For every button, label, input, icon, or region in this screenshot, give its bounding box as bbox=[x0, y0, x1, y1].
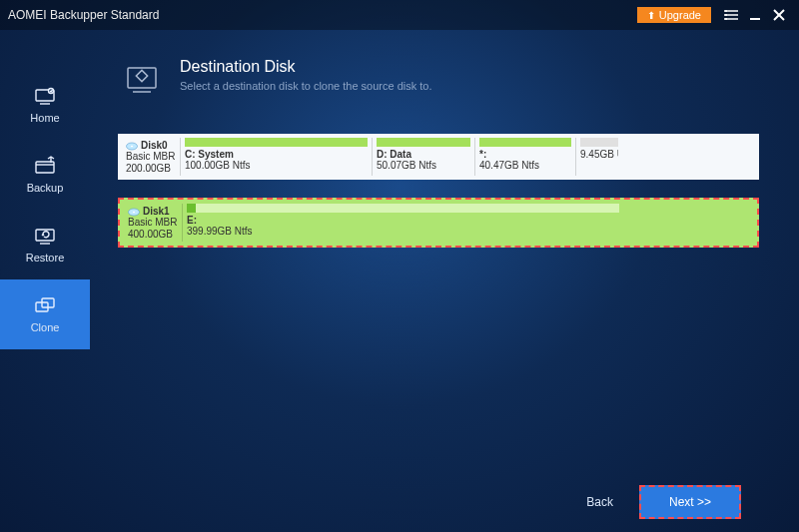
disk-row-1[interactable]: Disk1 Basic MBR 400.00GB E: 399.99GB Ntf… bbox=[118, 198, 759, 248]
disk-info: Disk0 Basic MBR 200.00GB bbox=[122, 138, 180, 176]
body: Home Backup Restore Clone bbox=[0, 30, 799, 532]
back-button[interactable]: Back bbox=[572, 487, 627, 517]
app-window: AOMEI Backupper Standard Upgrade Home bbox=[0, 0, 799, 532]
partition[interactable]: D: Data 50.07GB Ntfs bbox=[372, 138, 470, 176]
sidebar-item-backup[interactable]: Backup bbox=[0, 140, 90, 210]
app-title: AOMEI Backupper Standard bbox=[8, 8, 637, 22]
sidebar-item-home[interactable]: Home bbox=[0, 70, 90, 140]
footer: Back Next >> bbox=[118, 472, 759, 532]
backup-icon bbox=[33, 156, 57, 176]
restore-icon bbox=[33, 226, 57, 246]
svg-rect-20 bbox=[136, 70, 147, 81]
svg-point-5 bbox=[725, 18, 727, 20]
svg-rect-12 bbox=[36, 162, 54, 173]
sidebar-item-label: Clone bbox=[31, 321, 60, 333]
svg-point-3 bbox=[725, 10, 727, 12]
disk-size: 400.00GB bbox=[128, 229, 178, 241]
disk-list: Disk0 Basic MBR 200.00GB C: System 100.0… bbox=[118, 134, 759, 248]
next-button[interactable]: Next >> bbox=[639, 485, 741, 519]
sidebar-item-clone[interactable]: Clone bbox=[0, 279, 90, 349]
disk-name: Disk0 bbox=[141, 140, 168, 151]
page-header: Destination Disk Select a destination di… bbox=[118, 58, 759, 106]
disk-info: Disk1 Basic MBR 400.00GB bbox=[124, 204, 182, 242]
partition[interactable]: E: 399.99GB Ntfs bbox=[182, 204, 619, 242]
disk-partitions: C: System 100.00GB Ntfs D: Data 50.07GB … bbox=[180, 138, 755, 176]
svg-point-4 bbox=[725, 14, 727, 16]
partition[interactable]: C: System 100.00GB Ntfs bbox=[180, 138, 368, 176]
clone-icon bbox=[33, 295, 57, 315]
partition[interactable]: *: 40.47GB Ntfs bbox=[474, 138, 571, 176]
sidebar-item-restore[interactable]: Restore bbox=[0, 210, 90, 279]
svg-point-24 bbox=[133, 211, 135, 213]
disk-name: Disk1 bbox=[143, 206, 170, 217]
sidebar: Home Backup Restore Clone bbox=[0, 30, 90, 532]
disk-type: Basic MBR bbox=[128, 217, 178, 229]
page-subtitle: Select a destination disk to clone the s… bbox=[180, 80, 432, 92]
upgrade-button[interactable]: Upgrade bbox=[637, 7, 711, 23]
partition[interactable]: 9.45GB U bbox=[575, 138, 618, 176]
main-panel: Destination Disk Select a destination di… bbox=[90, 30, 799, 532]
disk-partitions: E: 399.99GB Ntfs bbox=[182, 204, 753, 242]
home-icon bbox=[33, 86, 57, 106]
destination-disk-icon bbox=[118, 58, 166, 106]
sidebar-item-label: Home bbox=[30, 112, 59, 124]
minimize-icon[interactable] bbox=[743, 3, 767, 27]
sidebar-item-label: Restore bbox=[26, 252, 65, 264]
svg-point-22 bbox=[131, 145, 133, 147]
menu-icon[interactable] bbox=[719, 3, 743, 27]
hdd-icon bbox=[126, 142, 138, 150]
disk-row-0[interactable]: Disk0 Basic MBR 200.00GB C: System 100.0… bbox=[118, 134, 759, 180]
hdd-icon bbox=[128, 208, 140, 216]
disk-type: Basic MBR bbox=[126, 151, 176, 163]
page-title: Destination Disk bbox=[180, 58, 432, 76]
titlebar: AOMEI Backupper Standard Upgrade bbox=[0, 0, 799, 30]
sidebar-item-label: Backup bbox=[27, 182, 64, 194]
disk-size: 200.00GB bbox=[126, 163, 176, 175]
close-icon[interactable] bbox=[767, 3, 791, 27]
